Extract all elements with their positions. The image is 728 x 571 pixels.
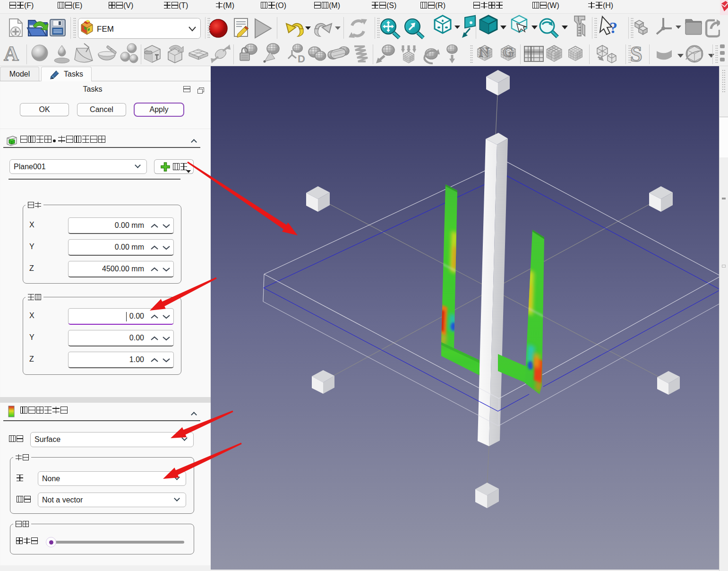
svg-text:A: A [4, 42, 19, 65]
svg-text:S: S [630, 42, 642, 66]
svg-text:D: D [298, 53, 305, 65]
svg-text:FEM: FEM [97, 25, 114, 34]
svg-text:?: ? [609, 19, 617, 36]
svg-text:N: N [479, 44, 489, 60]
svg-text:G: G [503, 44, 514, 60]
